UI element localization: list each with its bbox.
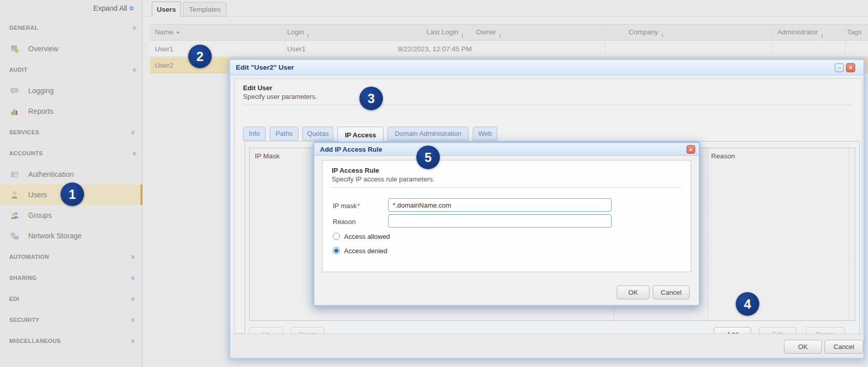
sort-icon <box>661 33 664 38</box>
column-header-owner[interactable]: Owner <box>476 28 502 38</box>
sidebar-section-general[interactable]: GENERAL <box>0 17 143 38</box>
access-denied-radio[interactable] <box>333 247 340 254</box>
section-label: MISCELLANEOUS <box>9 338 61 344</box>
dialog-tab-paths[interactable]: Paths <box>270 127 298 140</box>
double-chevron-down-icon[interactable] <box>131 274 135 282</box>
reason-label: Reason <box>333 218 356 226</box>
sidebar-item-label: Reports <box>28 107 53 115</box>
section-label: GENERAL <box>9 25 38 31</box>
sidebar-section-edi[interactable]: EDI <box>0 289 143 309</box>
sidebar-section-sharing[interactable]: SHARING <box>0 268 143 288</box>
sidebar-section-accounts[interactable]: ACCOUNTS <box>0 143 143 164</box>
double-chevron-down-icon[interactable] <box>131 337 135 345</box>
sidebar-section-automation[interactable]: AUTOMATION <box>0 247 143 267</box>
sidebar-item-authentication[interactable]: Authentication <box>0 164 143 185</box>
column-header-administrator[interactable]: Administrator <box>777 28 823 38</box>
dialog-tab-domain-administration[interactable]: Domain Administration <box>388 127 469 140</box>
modal-title: Add IP Access Rule <box>320 146 382 153</box>
sidebar-item-label: Users <box>28 191 47 199</box>
double-chevron-down-icon[interactable] <box>131 253 135 261</box>
divider <box>332 187 681 188</box>
cancel-button[interactable]: Cancel <box>824 340 863 354</box>
add-ip-access-rule-modal: Add IP Access Rule IP Access Rule Specif… <box>313 141 700 307</box>
dialog-tab-web[interactable]: Web <box>473 127 497 140</box>
column-header-name[interactable]: Name <box>155 28 180 36</box>
ip-column-header-mask: IP Mask <box>255 152 280 160</box>
dialog-footer: OK Cancel <box>230 334 863 358</box>
double-chevron-down-icon[interactable] <box>131 129 135 136</box>
access-allowed-label: Access allowed <box>344 233 390 240</box>
sidebar-item-logging[interactable]: Logging <box>0 80 143 101</box>
column-header-tags[interactable]: Tags <box>847 28 862 36</box>
access-allowed-radio[interactable] <box>333 233 340 240</box>
step-badge-4: 4 <box>736 292 759 316</box>
dialog-tab-ip-access[interactable]: IP Access <box>337 127 383 142</box>
cell-name: User1 <box>155 45 173 53</box>
section-label: SHARING <box>9 275 37 281</box>
ip-mask-label: IP mask <box>333 202 360 210</box>
double-chevron-up-icon[interactable] <box>131 66 135 74</box>
speech-bubble-icon <box>10 87 19 95</box>
double-chevron-down-icon[interactable] <box>131 295 135 303</box>
sidebar-section-audit[interactable]: AUDIT <box>0 59 143 80</box>
modal-cancel-button[interactable]: Cancel <box>653 286 690 299</box>
id-card-icon <box>10 170 19 179</box>
section-label: SERVICES <box>9 129 39 135</box>
ip-access-rule-panel: IP Access Rule Specify IP access rule pa… <box>322 160 691 272</box>
dialog-tab-info[interactable]: Info <box>243 127 266 140</box>
sort-icon <box>461 33 464 38</box>
sidebar-item-label: Overview <box>28 45 58 53</box>
users-group-icon <box>10 211 19 220</box>
tab-templates[interactable]: Templates <box>183 2 227 16</box>
section-label: ACCOUNTS <box>9 150 43 156</box>
column-divider <box>708 148 708 320</box>
users-table-header <box>150 24 868 40</box>
table-row-user1[interactable] <box>150 41 868 57</box>
sort-icon <box>499 33 502 38</box>
step-badge-1: 1 <box>60 182 84 206</box>
section-label: EDI <box>9 296 19 302</box>
sidebar-item-network-storage[interactable]: Network Storage <box>0 226 143 246</box>
sidebar-item-reports[interactable]: Reports <box>0 101 143 121</box>
double-chevron-up-icon[interactable] <box>131 24 135 32</box>
cell-name: User2 <box>155 62 173 69</box>
dialog-title: Edit "User2" User <box>236 64 294 71</box>
double-chevron-down-icon[interactable] <box>131 316 135 324</box>
tab-users[interactable]: Users <box>152 2 181 17</box>
sidebar-section-security[interactable]: SECURITY <box>0 310 143 330</box>
bar-chart-icon <box>10 107 19 116</box>
close-icon[interactable] <box>846 63 855 72</box>
column-header-login[interactable]: Login <box>287 28 310 38</box>
sort-icon <box>307 33 310 38</box>
double-chevron-up-icon[interactable] <box>131 150 135 157</box>
double-chevron-down-icon <box>130 4 135 13</box>
expand-all-button[interactable]: Expand All <box>93 4 135 13</box>
modal-ok-button[interactable]: OK <box>617 286 650 299</box>
tabbar-divider <box>143 16 868 17</box>
dialog-heading: Edit User <box>243 84 272 92</box>
sidebar-section-services[interactable]: SERVICES <box>0 122 143 142</box>
column-divider <box>849 148 849 320</box>
maximize-icon[interactable] <box>835 63 844 72</box>
sidebar-item-label: Logging <box>28 87 54 95</box>
column-header-company[interactable]: Company <box>629 28 664 38</box>
section-label: SECURITY <box>9 317 39 323</box>
tab-label: Templates <box>189 6 221 13</box>
dialog-tab-quotas[interactable]: Quotas <box>302 127 333 140</box>
sidebar-section-miscellaneous[interactable]: MISCELLANEOUS <box>0 331 143 351</box>
ip-mask-input[interactable] <box>388 198 612 212</box>
network-drive-icon <box>10 232 19 240</box>
dialog-titlebar[interactable]: Edit "User2" User <box>230 60 863 75</box>
sidebar-item-groups[interactable]: Groups <box>0 205 143 226</box>
sort-icon <box>821 33 824 38</box>
ok-button[interactable]: OK <box>784 340 822 354</box>
modal-titlebar[interactable]: Add IP Access Rule <box>314 143 699 156</box>
close-icon[interactable] <box>687 145 695 154</box>
sidebar-item-overview[interactable]: Overview <box>0 38 143 59</box>
column-header-last-login[interactable]: Last Login <box>427 28 464 38</box>
user-icon <box>10 191 19 199</box>
reason-input[interactable] <box>388 214 612 228</box>
sidebar-item-label: Authentication <box>28 170 74 178</box>
sidebar-item-label: Network Storage <box>28 232 82 240</box>
modal-heading: IP Access Rule <box>332 167 379 174</box>
